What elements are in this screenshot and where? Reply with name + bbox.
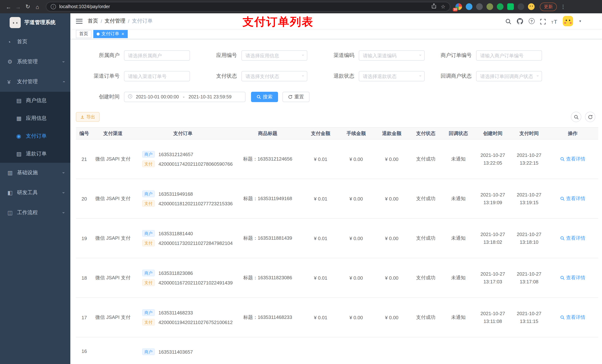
share-icon[interactable]: [432, 3, 436, 10]
column-header: 退款金额: [374, 127, 409, 139]
avatar[interactable]: [563, 16, 573, 26]
merchant-order-no: 1635311403657: [159, 349, 193, 354]
bookmark-star-icon[interactable]: ☆: [441, 4, 445, 10]
extension-icon-6[interactable]: [507, 3, 514, 10]
devtools-icon: ◧: [7, 189, 17, 196]
cell-id: 16: [76, 337, 93, 364]
filter-field-create-time: 创建时间 2021-10-01 00:00:00 - 2021-10-31 23…: [76, 92, 598, 102]
merchant-order-no: 1635311468233: [159, 310, 193, 315]
sidebar-menu: ◔首页⚙系统管理›¥支付管理›▤商户信息▦应用信息◉支付订单▨退款订单▥基础设施…: [0, 32, 70, 223]
cell-create-time: 2021-10-2713:17:03: [475, 258, 511, 298]
browser-refresh-icon[interactable]: ↻: [23, 2, 32, 11]
browser-update-button[interactable]: 更新: [540, 2, 557, 11]
logo-image: [10, 17, 21, 28]
tab-home[interactable]: 首页: [76, 30, 91, 38]
field-label: 渠道编码: [311, 52, 359, 59]
sidebar-item-workflow[interactable]: ◫工作流程›: [0, 203, 70, 223]
sidebar-item-label: 研发工具: [17, 189, 63, 196]
sidebar-toggle-icon[interactable]: [76, 19, 83, 23]
view-detail-link[interactable]: 查看详情: [560, 235, 585, 241]
app-id-select[interactable]: [241, 50, 307, 61]
chevron-down-icon[interactable]: ▼: [579, 20, 582, 23]
cell-pay-order: 商户1635311403657: [133, 337, 233, 364]
extension-icon-4[interactable]: [486, 3, 493, 10]
extension-icon-7[interactable]: [517, 3, 524, 10]
browser-back-icon[interactable]: ←: [4, 2, 13, 11]
help-icon[interactable]: ?: [529, 18, 535, 24]
table-row: 20微信 JSAPI 支付商户1635311949168支付4200001181…: [76, 179, 598, 218]
browser-menu-icon[interactable]: ⋮: [560, 4, 566, 10]
fullscreen-icon[interactable]: [540, 18, 546, 24]
cell-status: 支付成功: [409, 298, 442, 337]
sidebar-item-pay-order[interactable]: ◉支付订单: [0, 127, 70, 145]
toggle-search-button[interactable]: [571, 112, 581, 122]
sidebar-item-system[interactable]: ⚙系统管理›: [0, 52, 70, 72]
breadcrumb-home[interactable]: 首页: [88, 18, 98, 24]
column-header: 支付金额: [303, 127, 338, 139]
sidebar-item-home[interactable]: ◔首页: [0, 32, 70, 52]
breadcrumb-pay-management[interactable]: 支付管理: [105, 18, 125, 24]
export-button[interactable]: 导出: [76, 112, 100, 122]
github-icon[interactable]: [517, 18, 523, 24]
search-button[interactable]: 搜索: [251, 92, 278, 102]
view-detail-link[interactable]: 查看详情: [560, 195, 585, 202]
sidebar-item-merchant-info[interactable]: ▤商户信息: [0, 92, 70, 110]
table-header-row: 编号支付渠道支付订单商品标题支付金额手续金额退款金额支付状态回调状态创建时间支付…: [76, 127, 598, 139]
cell-create-time: 2021-10-2713:18:02: [475, 218, 511, 258]
view-detail-link[interactable]: 查看详情: [560, 156, 585, 162]
notify-status-select[interactable]: [476, 71, 542, 81]
cell-status: [409, 337, 442, 364]
channel-order-no-input[interactable]: [124, 71, 190, 81]
cell-channel: 微信 JSAPI 支付: [93, 179, 133, 218]
field-label: 商户订单编号: [428, 52, 476, 59]
extension-icon-3[interactable]: [476, 3, 483, 10]
view-detail-link[interactable]: 查看详情: [560, 274, 585, 281]
active-tab-dot: [97, 32, 100, 35]
extension-icon-2[interactable]: [466, 3, 473, 10]
extension-icon-1[interactable]: 10: [455, 3, 462, 10]
reset-button[interactable]: 重置: [282, 92, 310, 102]
cell-create-time: 2021-10-2713:19:09: [475, 179, 511, 218]
table-body: 21微信 JSAPI 支付商户1635312124657支付4200001174…: [76, 139, 598, 364]
close-icon[interactable]: ×: [121, 31, 124, 37]
search-icon[interactable]: [505, 18, 511, 24]
pay-tag: 支付: [142, 279, 155, 286]
cell-status: 支付成功: [409, 258, 442, 298]
address-bar[interactable]: i localhost:1024/pay/order ☆: [46, 2, 450, 11]
app-logo[interactable]: 芋道管理系统: [0, 13, 70, 32]
pay-order-no: 4200001194202110276752100612: [159, 319, 233, 325]
refresh-table-button[interactable]: [585, 112, 595, 122]
pay-status-select[interactable]: [241, 71, 307, 81]
extension-icon-8[interactable]: [528, 3, 535, 10]
sidebar-item-devtools[interactable]: ◧研发工具›: [0, 183, 70, 203]
sidebar-item-infrastructure[interactable]: ▥基础设施›: [0, 163, 70, 183]
browser-forward-icon[interactable]: →: [13, 2, 23, 11]
extension-icon-5[interactable]: [497, 3, 504, 10]
sidebar-item-payment[interactable]: ¥支付管理›: [0, 72, 70, 92]
font-size-icon[interactable]: TT: [551, 18, 557, 24]
sidebar-item-app-info[interactable]: ▦应用信息: [0, 110, 70, 127]
merchant-icon: ▤: [16, 97, 26, 104]
cell-create-time: [475, 337, 511, 364]
cell-refund: ¥ 0.00: [374, 258, 409, 298]
merchant-order-no-input[interactable]: [476, 50, 542, 61]
sidebar-item-label: 退款订单: [26, 151, 64, 157]
chevron-down-icon: ›: [61, 192, 66, 193]
filter-field-merchant-order-no: 商户订单编号: [428, 50, 542, 61]
cell-channel: [93, 337, 133, 364]
site-info-icon[interactable]: i: [51, 4, 56, 9]
merchant-order-no: 1635311881440: [159, 231, 193, 236]
merchant-input[interactable]: [124, 50, 190, 61]
tab-pay-order[interactable]: 支付订单×: [93, 30, 128, 38]
channel-code-select[interactable]: [359, 50, 425, 61]
sidebar-item-refund-order[interactable]: ▨退款订单: [0, 145, 70, 163]
refund-status-select[interactable]: [359, 71, 425, 81]
cell-channel: 微信 JSAPI 支付: [93, 258, 133, 298]
date-range-input[interactable]: 2021-10-01 00:00:00 - 2021-10-31 23:59:5…: [124, 92, 246, 102]
navbar-actions: ? TT ▼: [505, 16, 582, 26]
chevron-down-icon: ›: [418, 54, 423, 56]
view-detail-link[interactable]: 查看详情: [560, 314, 585, 321]
cell-pay-time: 2021-10-2713:11:15: [511, 298, 547, 337]
browser-home-icon[interactable]: ⌂: [32, 2, 42, 11]
pay-order-icon: ◉: [16, 133, 26, 139]
